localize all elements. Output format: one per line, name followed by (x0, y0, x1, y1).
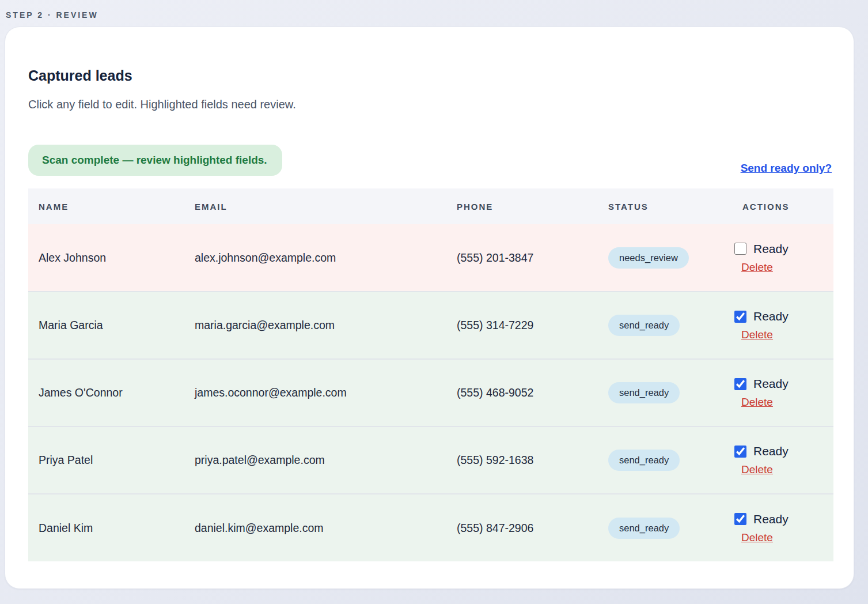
step-indicator: STEP 2 · REVIEW (0, 0, 868, 20)
ready-toggle[interactable]: Ready (734, 512, 789, 526)
delete-link[interactable]: Delete (741, 531, 773, 544)
leads-table: NAME EMAIL PHONE STATUS ACTIONS Alex Joh… (28, 188, 833, 561)
scan-complete-banner: Scan complete — review highlighted field… (28, 145, 282, 176)
phone-field[interactable]: (555) 314-7229 (446, 292, 598, 359)
table-row: Priya Patel priya.patel@example.com (555… (28, 426, 833, 494)
ready-label: Ready (753, 242, 789, 256)
send-ready-only-link[interactable]: Send ready only? (741, 162, 832, 175)
ready-toggle[interactable]: Ready (734, 309, 789, 323)
email-field[interactable]: daniel.kim@example.com (184, 494, 446, 561)
table-header-row: NAME EMAIL PHONE STATUS ACTIONS (28, 188, 833, 224)
page-title: Captured leads (28, 67, 832, 84)
delete-link[interactable]: Delete (741, 396, 773, 409)
captured-leads-card: Captured leads Click any field to edit. … (5, 27, 854, 589)
phone-field[interactable]: (555) 201-3847 (446, 224, 598, 292)
header-phone: PHONE (446, 188, 598, 224)
phone-field[interactable]: (555) 468-9052 (446, 359, 598, 426)
table-row: Daniel Kim daniel.kim@example.com (555) … (28, 494, 833, 561)
ready-checkbox[interactable] (734, 513, 746, 525)
page-subtitle: Click any field to edit. Highlighted fie… (28, 98, 832, 111)
ready-checkbox[interactable] (734, 243, 746, 255)
header-status: STATUS (598, 188, 732, 224)
ready-label: Ready (753, 512, 789, 526)
ready-toggle[interactable]: Ready (734, 377, 789, 391)
name-field[interactable]: Maria Garcia (28, 292, 184, 359)
delete-link[interactable]: Delete (741, 329, 773, 341)
table-row: James O'Connor james.oconnor@example.com… (28, 359, 833, 426)
status-badge[interactable]: send_ready (608, 315, 680, 336)
banner-row: Scan complete — review highlighted field… (28, 145, 832, 176)
phone-field[interactable]: (555) 592-1638 (446, 426, 598, 494)
ready-label: Ready (753, 377, 789, 391)
table-row: Alex Johnson alex.johnson@example.com (5… (28, 224, 833, 292)
email-field[interactable]: maria.garcia@example.com (184, 292, 446, 359)
ready-label: Ready (753, 444, 789, 458)
status-badge[interactable]: send_ready (608, 450, 680, 471)
name-field[interactable]: James O'Connor (28, 359, 184, 426)
delete-link[interactable]: Delete (741, 463, 773, 476)
header-email: EMAIL (184, 188, 446, 224)
ready-toggle[interactable]: Ready (734, 444, 789, 458)
ready-checkbox[interactable] (734, 446, 746, 458)
email-field[interactable]: james.oconnor@example.com (184, 359, 446, 426)
status-badge[interactable]: send_ready (608, 382, 680, 403)
email-field[interactable]: alex.johnson@example.com (184, 224, 446, 292)
ready-checkbox[interactable] (734, 378, 746, 390)
status-badge[interactable]: send_ready (608, 518, 680, 539)
name-field[interactable]: Priya Patel (28, 426, 184, 494)
email-field[interactable]: priya.patel@example.com (184, 426, 446, 494)
name-field[interactable]: Daniel Kim (28, 494, 184, 561)
ready-toggle[interactable]: Ready (734, 242, 789, 256)
ready-checkbox[interactable] (734, 311, 746, 323)
header-name: NAME (28, 188, 184, 224)
status-badge[interactable]: needs_review (608, 247, 689, 269)
ready-label: Ready (753, 309, 789, 323)
phone-field[interactable]: (555) 847-2906 (446, 494, 598, 561)
header-actions: ACTIONS (732, 188, 833, 224)
delete-link[interactable]: Delete (741, 261, 773, 274)
table-row: Maria Garcia maria.garcia@example.com (5… (28, 292, 833, 359)
name-field[interactable]: Alex Johnson (28, 224, 184, 292)
